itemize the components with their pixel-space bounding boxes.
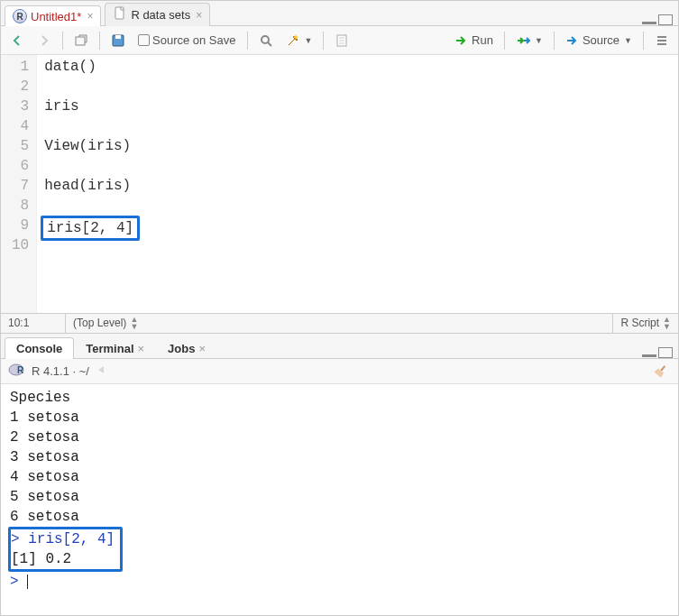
line-number: 4: [12, 116, 29, 136]
close-icon[interactable]: ×: [196, 9, 202, 22]
code-line[interactable]: [44, 156, 671, 176]
code-body[interactable]: data()irisView(iris)head(iris)iris[2, 4]: [37, 55, 678, 313]
tab-label: Jobs: [168, 342, 195, 355]
close-icon[interactable]: ×: [87, 10, 93, 23]
maximize-pane-button[interactable]: [658, 14, 673, 25]
scope-selector[interactable]: (Top Level) ▲▼: [66, 314, 613, 333]
code-line[interactable]: data(): [44, 57, 671, 77]
source-on-save-label: Source on Save: [152, 33, 236, 47]
svg-rect-1: [76, 37, 85, 45]
r-logo-icon: R: [8, 363, 26, 380]
find-button[interactable]: [255, 32, 277, 50]
highlighted-code: iris[2, 4]: [41, 216, 140, 241]
close-icon[interactable]: ×: [138, 342, 145, 355]
save-button[interactable]: [107, 32, 129, 50]
code-tools-button[interactable]: ▼: [282, 32, 317, 50]
line-number: 6: [12, 156, 29, 176]
line-number: 3: [12, 97, 29, 116]
svg-rect-0: [115, 7, 124, 19]
compile-report-button[interactable]: [331, 32, 353, 50]
console-output-line: 5 setosa: [10, 487, 669, 507]
console-prompt-line[interactable]: >: [10, 572, 669, 592]
console-output-line: Species: [10, 388, 669, 408]
pane-window-controls: [642, 347, 678, 358]
source-pane: R Untitled1* × R data sets × Source on S…: [1, 1, 678, 334]
svg-text:R: R: [17, 365, 24, 375]
chevron-down-icon: ▼: [535, 36, 543, 45]
console-prompt-line: > iris[2, 4]: [11, 529, 115, 549]
code-line[interactable]: [44, 116, 671, 136]
console-tab-terminal[interactable]: Terminal×: [74, 337, 156, 359]
tab-label: Terminal: [86, 342, 133, 355]
rerun-button[interactable]: ▼: [512, 32, 546, 50]
show-in-new-window-button[interactable]: [70, 32, 92, 50]
console-header: R R 4.1.1 · ~/: [1, 359, 678, 384]
console-pane: ConsoleTerminal×Jobs× R R 4.1.1 · ~/ Spe…: [1, 334, 678, 615]
maximize-pane-button[interactable]: [658, 347, 673, 358]
line-number: 5: [12, 136, 29, 156]
console-tabbar: ConsoleTerminal×Jobs×: [1, 334, 678, 359]
broom-icon: [652, 363, 670, 381]
cursor-position[interactable]: 10:1: [1, 314, 66, 333]
highlighted-console-block: > iris[2, 4][1] 0.2: [8, 527, 123, 572]
source-tabbar: R Untitled1* × R data sets ×: [1, 1, 678, 26]
svg-point-4: [262, 36, 269, 43]
run-button[interactable]: Run: [451, 32, 497, 50]
line-number: 1: [12, 57, 29, 77]
svg-rect-3: [115, 35, 121, 39]
filetype-selector[interactable]: R Script ▲▼: [613, 314, 678, 333]
line-number: 7: [12, 176, 29, 196]
code-line[interactable]: head(iris): [44, 176, 671, 196]
close-icon[interactable]: ×: [198, 342, 206, 355]
code-line[interactable]: View(iris): [44, 136, 671, 156]
console-output-line: [1] 0.2: [11, 549, 115, 569]
doc-icon: [113, 6, 127, 23]
clear-console-button[interactable]: [651, 363, 671, 379]
code-line[interactable]: iris[2, 4]: [44, 216, 671, 235]
cursor-position-label: 10:1: [8, 317, 29, 329]
tab-untitled1[interactable]: R Untitled1* ×: [5, 5, 101, 26]
separator: [247, 32, 248, 50]
tab-r-data-sets[interactable]: R data sets ×: [105, 3, 210, 26]
source-statusbar: 10:1 (Top Level) ▲▼ R Script ▲▼: [1, 313, 678, 333]
run-label: Run: [472, 33, 493, 47]
forward-button[interactable]: [33, 32, 55, 50]
chevron-down-icon: ▼: [624, 36, 632, 45]
back-button[interactable]: [6, 32, 28, 50]
source-button[interactable]: Source ▼: [562, 32, 636, 50]
updown-icon: ▲▼: [130, 316, 138, 330]
code-line[interactable]: [44, 196, 671, 216]
separator: [323, 32, 324, 50]
tab-label: Untitled1*: [31, 10, 81, 23]
console-output[interactable]: Species1 setosa2 setosa3 setosa4 setosa5…: [1, 384, 678, 615]
console-header-label: R 4.1.1 · ~/: [32, 364, 89, 378]
code-editor[interactable]: 12345678910 data()irisView(iris)head(iri…: [1, 55, 678, 313]
outline-button[interactable]: [651, 32, 673, 50]
console-output-line: 1 setosa: [10, 408, 669, 428]
code-line[interactable]: [44, 77, 671, 97]
chevron-down-icon: ▼: [305, 36, 313, 45]
code-line[interactable]: iris: [44, 97, 671, 116]
line-number: 2: [12, 77, 29, 97]
tab-label: Console: [16, 342, 62, 355]
separator: [62, 32, 63, 50]
cursor: [27, 575, 28, 589]
console-tab-console[interactable]: Console: [5, 337, 74, 359]
svg-rect-14: [660, 365, 665, 372]
line-number: 10: [12, 235, 29, 255]
source-on-save-checkbox[interactable]: Source on Save: [134, 32, 240, 49]
filetype-label: R Script: [620, 317, 659, 329]
source-toolbar: Source on Save ▼ Run ▼ Source ▼: [1, 26, 678, 55]
console-output-line: 3 setosa: [10, 447, 669, 467]
r-file-icon: R: [13, 9, 27, 23]
minimize-pane-button[interactable]: [642, 15, 656, 24]
popout-icon[interactable]: [95, 363, 109, 380]
scope-label: (Top Level): [73, 317, 126, 329]
console-output-line: 2 setosa: [10, 428, 669, 447]
line-number-gutter: 12345678910: [1, 55, 37, 313]
separator: [99, 32, 100, 50]
checkbox-icon: [138, 34, 150, 46]
console-tab-jobs[interactable]: Jobs×: [156, 337, 217, 359]
minimize-pane-button[interactable]: [642, 348, 656, 357]
updown-icon: ▲▼: [663, 316, 671, 330]
